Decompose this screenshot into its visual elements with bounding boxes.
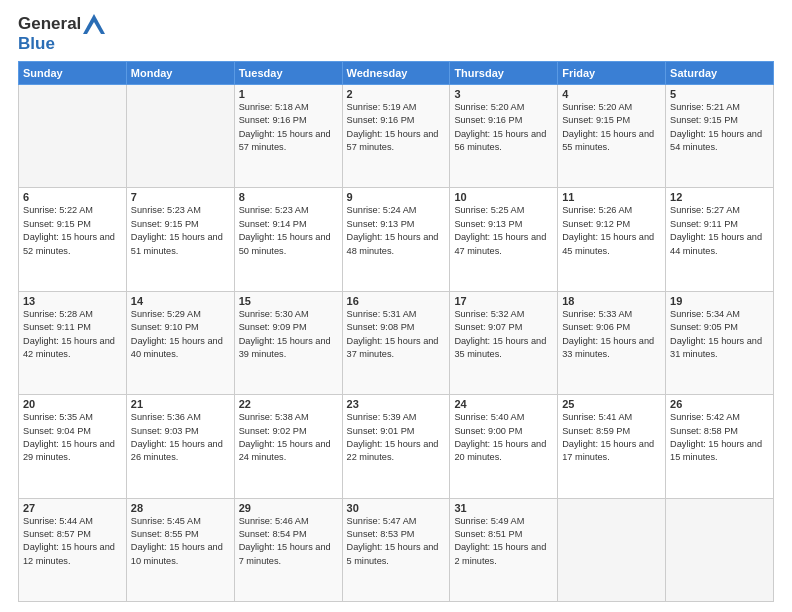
day-number: 31: [454, 502, 553, 514]
day-number: 1: [239, 88, 338, 100]
day-number: 24: [454, 398, 553, 410]
daylight-text: Daylight: 15 hours and 57 minutes.: [347, 128, 446, 155]
day-info: Sunrise: 5:44 AMSunset: 8:57 PMDaylight:…: [23, 515, 122, 568]
calendar-cell: 1Sunrise: 5:18 AMSunset: 9:16 PMDaylight…: [234, 85, 342, 188]
calendar-cell: 3Sunrise: 5:20 AMSunset: 9:16 PMDaylight…: [450, 85, 558, 188]
day-info: Sunrise: 5:24 AMSunset: 9:13 PMDaylight:…: [347, 204, 446, 257]
calendar-cell: 26Sunrise: 5:42 AMSunset: 8:58 PMDayligh…: [666, 395, 774, 498]
day-number: 16: [347, 295, 446, 307]
weekday-header-monday: Monday: [126, 62, 234, 85]
sunrise-text: Sunrise: 5:39 AM: [347, 411, 446, 424]
logo-text: General Blue: [18, 14, 103, 53]
calendar-cell: 14Sunrise: 5:29 AMSunset: 9:10 PMDayligh…: [126, 291, 234, 394]
sunset-text: Sunset: 9:00 PM: [454, 425, 553, 438]
sunset-text: Sunset: 8:54 PM: [239, 528, 338, 541]
sunset-text: Sunset: 9:14 PM: [239, 218, 338, 231]
calendar-cell: 25Sunrise: 5:41 AMSunset: 8:59 PMDayligh…: [558, 395, 666, 498]
sunrise-text: Sunrise: 5:24 AM: [347, 204, 446, 217]
day-number: 30: [347, 502, 446, 514]
day-info: Sunrise: 5:21 AMSunset: 9:15 PMDaylight:…: [670, 101, 769, 154]
day-number: 23: [347, 398, 446, 410]
sunset-text: Sunset: 9:06 PM: [562, 321, 661, 334]
sunrise-text: Sunrise: 5:44 AM: [23, 515, 122, 528]
sunset-text: Sunset: 9:05 PM: [670, 321, 769, 334]
daylight-text: Daylight: 15 hours and 29 minutes.: [23, 438, 122, 465]
calendar-cell: 21Sunrise: 5:36 AMSunset: 9:03 PMDayligh…: [126, 395, 234, 498]
daylight-text: Daylight: 15 hours and 52 minutes.: [23, 231, 122, 258]
calendar-cell: 10Sunrise: 5:25 AMSunset: 9:13 PMDayligh…: [450, 188, 558, 291]
sunrise-text: Sunrise: 5:42 AM: [670, 411, 769, 424]
sunset-text: Sunset: 9:08 PM: [347, 321, 446, 334]
calendar-cell: 22Sunrise: 5:38 AMSunset: 9:02 PMDayligh…: [234, 395, 342, 498]
daylight-text: Daylight: 15 hours and 7 minutes.: [239, 541, 338, 568]
sunrise-text: Sunrise: 5:41 AM: [562, 411, 661, 424]
day-info: Sunrise: 5:28 AMSunset: 9:11 PMDaylight:…: [23, 308, 122, 361]
daylight-text: Daylight: 15 hours and 20 minutes.: [454, 438, 553, 465]
logo-icon: [83, 14, 105, 34]
sunrise-text: Sunrise: 5:35 AM: [23, 411, 122, 424]
daylight-text: Daylight: 15 hours and 15 minutes.: [670, 438, 769, 465]
day-number: 21: [131, 398, 230, 410]
day-info: Sunrise: 5:47 AMSunset: 8:53 PMDaylight:…: [347, 515, 446, 568]
day-info: Sunrise: 5:22 AMSunset: 9:15 PMDaylight:…: [23, 204, 122, 257]
logo: General Blue: [18, 14, 103, 53]
calendar-cell: 29Sunrise: 5:46 AMSunset: 8:54 PMDayligh…: [234, 498, 342, 601]
sunset-text: Sunset: 9:15 PM: [670, 114, 769, 127]
day-info: Sunrise: 5:30 AMSunset: 9:09 PMDaylight:…: [239, 308, 338, 361]
day-info: Sunrise: 5:26 AMSunset: 9:12 PMDaylight:…: [562, 204, 661, 257]
sunrise-text: Sunrise: 5:34 AM: [670, 308, 769, 321]
daylight-text: Daylight: 15 hours and 54 minutes.: [670, 128, 769, 155]
day-number: 2: [347, 88, 446, 100]
weekday-header-thursday: Thursday: [450, 62, 558, 85]
sunset-text: Sunset: 9:15 PM: [562, 114, 661, 127]
day-info: Sunrise: 5:38 AMSunset: 9:02 PMDaylight:…: [239, 411, 338, 464]
day-info: Sunrise: 5:19 AMSunset: 9:16 PMDaylight:…: [347, 101, 446, 154]
sunrise-text: Sunrise: 5:27 AM: [670, 204, 769, 217]
day-number: 3: [454, 88, 553, 100]
day-number: 10: [454, 191, 553, 203]
sunrise-text: Sunrise: 5:25 AM: [454, 204, 553, 217]
day-info: Sunrise: 5:35 AMSunset: 9:04 PMDaylight:…: [23, 411, 122, 464]
calendar-cell: 12Sunrise: 5:27 AMSunset: 9:11 PMDayligh…: [666, 188, 774, 291]
sunset-text: Sunset: 9:11 PM: [23, 321, 122, 334]
calendar-cell: 20Sunrise: 5:35 AMSunset: 9:04 PMDayligh…: [19, 395, 127, 498]
day-number: 20: [23, 398, 122, 410]
calendar-cell: 23Sunrise: 5:39 AMSunset: 9:01 PMDayligh…: [342, 395, 450, 498]
sunset-text: Sunset: 9:16 PM: [454, 114, 553, 127]
day-number: 19: [670, 295, 769, 307]
sunset-text: Sunset: 9:03 PM: [131, 425, 230, 438]
sunrise-text: Sunrise: 5:29 AM: [131, 308, 230, 321]
sunset-text: Sunset: 8:55 PM: [131, 528, 230, 541]
sunrise-text: Sunrise: 5:46 AM: [239, 515, 338, 528]
calendar-cell: 19Sunrise: 5:34 AMSunset: 9:05 PMDayligh…: [666, 291, 774, 394]
sunrise-text: Sunrise: 5:23 AM: [239, 204, 338, 217]
calendar-cell: 17Sunrise: 5:32 AMSunset: 9:07 PMDayligh…: [450, 291, 558, 394]
sunset-text: Sunset: 9:12 PM: [562, 218, 661, 231]
daylight-text: Daylight: 15 hours and 42 minutes.: [23, 335, 122, 362]
daylight-text: Daylight: 15 hours and 17 minutes.: [562, 438, 661, 465]
sunrise-text: Sunrise: 5:23 AM: [131, 204, 230, 217]
sunset-text: Sunset: 9:16 PM: [347, 114, 446, 127]
daylight-text: Daylight: 15 hours and 50 minutes.: [239, 231, 338, 258]
daylight-text: Daylight: 15 hours and 44 minutes.: [670, 231, 769, 258]
calendar-cell: 24Sunrise: 5:40 AMSunset: 9:00 PMDayligh…: [450, 395, 558, 498]
day-number: 12: [670, 191, 769, 203]
day-info: Sunrise: 5:31 AMSunset: 9:08 PMDaylight:…: [347, 308, 446, 361]
sunrise-text: Sunrise: 5:31 AM: [347, 308, 446, 321]
sunset-text: Sunset: 8:57 PM: [23, 528, 122, 541]
day-info: Sunrise: 5:41 AMSunset: 8:59 PMDaylight:…: [562, 411, 661, 464]
day-info: Sunrise: 5:25 AMSunset: 9:13 PMDaylight:…: [454, 204, 553, 257]
sunrise-text: Sunrise: 5:49 AM: [454, 515, 553, 528]
calendar-cell: 6Sunrise: 5:22 AMSunset: 9:15 PMDaylight…: [19, 188, 127, 291]
calendar-cell: [558, 498, 666, 601]
day-info: Sunrise: 5:34 AMSunset: 9:05 PMDaylight:…: [670, 308, 769, 361]
sunset-text: Sunset: 9:15 PM: [131, 218, 230, 231]
day-info: Sunrise: 5:45 AMSunset: 8:55 PMDaylight:…: [131, 515, 230, 568]
sunset-text: Sunset: 8:59 PM: [562, 425, 661, 438]
sunrise-text: Sunrise: 5:21 AM: [670, 101, 769, 114]
sunset-text: Sunset: 8:58 PM: [670, 425, 769, 438]
daylight-text: Daylight: 15 hours and 56 minutes.: [454, 128, 553, 155]
daylight-text: Daylight: 15 hours and 5 minutes.: [347, 541, 446, 568]
day-number: 28: [131, 502, 230, 514]
weekday-header-saturday: Saturday: [666, 62, 774, 85]
